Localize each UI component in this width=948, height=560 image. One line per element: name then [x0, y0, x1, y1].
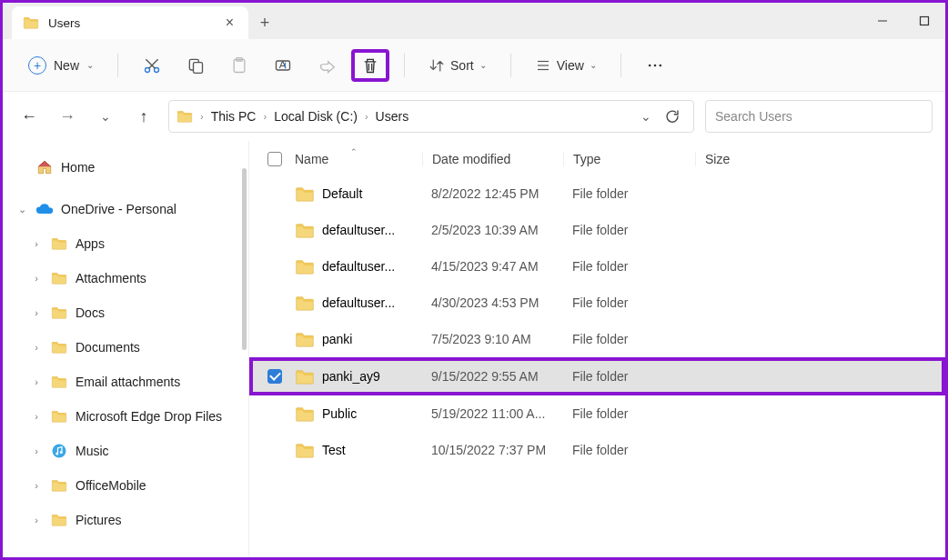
cut-button[interactable]: [133, 49, 171, 82]
ellipsis-icon: [646, 56, 664, 75]
share-button[interactable]: [308, 49, 346, 82]
new-button[interactable]: + New ⌄: [19, 51, 103, 80]
copy-button[interactable]: [176, 49, 215, 82]
file-type: File folder: [563, 443, 695, 457]
search-box[interactable]: [705, 100, 933, 133]
rename-button[interactable]: A: [264, 49, 302, 82]
table-row[interactable]: panki_ay9 9/15/2022 9:55 AM File folder: [249, 357, 945, 395]
row-checkbox[interactable]: [267, 259, 295, 274]
row-checkbox[interactable]: [267, 295, 295, 310]
sidebar-item-label: Microsoft Edge Drop Files: [76, 409, 222, 424]
row-checkbox[interactable]: [267, 332, 295, 346]
chevron-right-icon[interactable]: ›: [30, 376, 43, 387]
chevron-right-icon: ›: [365, 111, 368, 122]
scrollbar-thumb[interactable]: [242, 168, 247, 350]
search-input[interactable]: [715, 109, 923, 124]
view-button[interactable]: View ⌄: [526, 52, 606, 79]
forward-button[interactable]: →: [54, 103, 81, 130]
table-row[interactable]: defaultuser... 4/30/2023 4:53 PM File fo…: [249, 285, 945, 321]
more-button[interactable]: [636, 49, 674, 82]
file-type: File folder: [563, 332, 695, 346]
sidebar-item-folder[interactable]: › Music: [3, 434, 248, 468]
sidebar-item-home[interactable]: › Home: [3, 150, 248, 185]
chevron-right-icon[interactable]: ›: [30, 515, 43, 525]
sidebar-item-folder[interactable]: › Apps: [3, 226, 248, 261]
paste-button[interactable]: [220, 49, 258, 82]
delete-button[interactable]: [351, 49, 389, 82]
column-header-name[interactable]: Name ⌃: [295, 152, 422, 166]
chevron-right-icon[interactable]: ›: [30, 342, 43, 353]
row-checkbox[interactable]: [267, 406, 295, 421]
file-type: File folder: [563, 369, 695, 384]
breadcrumb[interactable]: › This PC › Local Disk (C:) › Users ⌄: [168, 100, 694, 133]
select-all-checkbox[interactable]: [267, 152, 295, 166]
table-row[interactable]: Test 10/15/2022 7:37 PM File folder: [249, 432, 945, 468]
chevron-right-icon: ›: [263, 111, 267, 122]
sort-asc-icon: ⌃: [350, 147, 358, 156]
sidebar-item-folder[interactable]: › Email attachments: [3, 365, 248, 399]
folder-icon: [295, 332, 315, 347]
up-button[interactable]: ↑: [130, 103, 157, 130]
crumb-this-pc[interactable]: This PC: [211, 109, 257, 124]
new-label: New: [54, 58, 79, 73]
row-checkbox[interactable]: [267, 223, 295, 237]
column-header-date[interactable]: Date modified: [422, 152, 563, 166]
chevron-right-icon[interactable]: ›: [30, 273, 43, 284]
column-header-row: Name ⌃ Date modified Type Size: [249, 143, 945, 175]
chevron-right-icon[interactable]: ›: [30, 445, 43, 456]
column-header-size[interactable]: Size: [695, 152, 945, 166]
new-tab-button[interactable]: +: [248, 6, 281, 39]
row-checkbox[interactable]: [267, 443, 295, 457]
table-row[interactable]: panki 7/5/2023 9:10 AM File folder: [249, 321, 945, 357]
table-row[interactable]: Public 5/19/2022 11:00 A... File folder: [249, 395, 945, 432]
chevron-right-icon[interactable]: ›: [30, 238, 43, 249]
sort-button[interactable]: Sort ⌄: [419, 52, 496, 79]
sidebar-item-folder[interactable]: › OfficeMobile: [3, 468, 248, 503]
row-checkbox[interactable]: [267, 186, 295, 201]
back-button[interactable]: ←: [15, 103, 43, 130]
folder-icon: [295, 443, 315, 458]
sidebar-item-folder[interactable]: › Pictures: [3, 503, 248, 537]
chevron-right-icon[interactable]: ›: [30, 411, 43, 422]
recent-button[interactable]: ⌄: [92, 103, 119, 130]
chevron-down-icon[interactable]: ⌄: [15, 204, 28, 215]
close-tab-icon[interactable]: ×: [222, 15, 237, 31]
sidebar-item-onedrive[interactable]: ⌄ OneDrive - Personal: [3, 192, 248, 226]
folder-icon: [51, 272, 67, 285]
titlebar: Users × +: [3, 3, 945, 39]
crumb-local-disk[interactable]: Local Disk (C:): [274, 109, 358, 124]
sidebar-item-label: Pictures: [76, 513, 122, 527]
minimize-button[interactable]: [862, 6, 903, 35]
toolbar: + New ⌄ A Sort ⌄ Vie: [3, 39, 945, 92]
tab-users[interactable]: Users ×: [12, 6, 248, 39]
maximize-button[interactable]: [903, 6, 945, 35]
table-row[interactable]: Default 8/2/2022 12:45 PM File folder: [249, 175, 945, 212]
table-row[interactable]: defaultuser... 4/15/2023 9:47 AM File fo…: [249, 248, 945, 285]
chevron-down-icon: ⌄: [590, 60, 597, 70]
chevron-right-icon[interactable]: ›: [30, 480, 43, 491]
svg-point-17: [653, 64, 656, 66]
sidebar-item-folder[interactable]: › Microsoft Edge Drop Files: [3, 399, 248, 434]
column-header-type[interactable]: Type: [563, 152, 695, 166]
sidebar-item-label: Apps: [76, 236, 105, 251]
file-date: 9/15/2022 9:55 AM: [422, 369, 563, 384]
folder-icon: [295, 406, 315, 422]
sidebar: › Home ⌄ OneDrive - Personal › Apps › At…: [3, 141, 248, 557]
clipboard-icon: [230, 56, 248, 75]
folder-icon: [295, 259, 315, 275]
crumb-users[interactable]: Users: [376, 109, 409, 124]
row-checkbox[interactable]: [267, 369, 295, 384]
file-date: 8/2/2022 12:45 PM: [422, 186, 563, 201]
sidebar-item-folder[interactable]: › Attachments: [3, 261, 248, 295]
chevron-right-icon[interactable]: ›: [30, 307, 43, 318]
refresh-icon[interactable]: [664, 108, 681, 125]
chevron-down-icon[interactable]: ⌄: [640, 109, 651, 124]
sidebar-item-folder[interactable]: › Documents: [3, 330, 248, 365]
rename-icon: A: [274, 56, 292, 75]
chevron-right-icon: ›: [200, 111, 204, 122]
table-row[interactable]: defaultuser... 2/5/2023 10:39 AM File fo…: [249, 212, 945, 248]
chevron-down-icon: ⌄: [479, 60, 487, 70]
svg-point-18: [659, 64, 661, 66]
file-type: File folder: [563, 259, 695, 274]
sidebar-item-folder[interactable]: › Docs: [3, 295, 248, 330]
